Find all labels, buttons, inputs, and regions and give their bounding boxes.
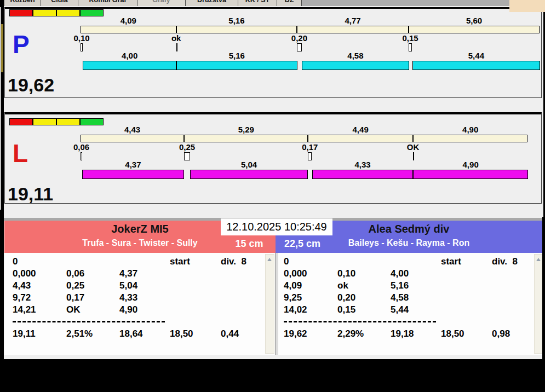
net-bar-segment xyxy=(413,170,527,179)
table-separator xyxy=(13,321,165,322)
table-cell: 0,10 xyxy=(337,269,355,278)
split-bar-divider xyxy=(176,26,177,33)
desktop-corner xyxy=(509,0,545,12)
loss-label: 0,15 xyxy=(386,34,435,42)
split-time-label: 4,43 xyxy=(108,126,157,134)
run-total: 19,62 xyxy=(8,76,54,94)
table-cell: 5,44 xyxy=(391,305,409,314)
table-cell: 0,000 xyxy=(13,269,36,278)
scrollbar-right-table[interactable] xyxy=(534,254,542,354)
table-header-cell: start xyxy=(170,257,190,266)
splits-table-left: 0startdiv. 80,0000,064,374,430,255,049,7… xyxy=(4,253,276,355)
run-panel-right-lane: P19,624,095,164,775,600,10ok0,200,154,00… xyxy=(4,7,542,98)
table-header-cell: 0 xyxy=(13,257,18,266)
table-total-cell: 0,44 xyxy=(221,329,239,338)
table-cell: 4,09 xyxy=(284,281,302,290)
table-cell: 0,17 xyxy=(66,293,84,302)
net-time-label: 5,44 xyxy=(451,52,501,60)
tab-rozběh[interactable]: Rozběh xyxy=(4,0,41,6)
split-bar-divider xyxy=(307,135,308,142)
table-cell: OK xyxy=(66,305,81,314)
net-bar-segment xyxy=(412,61,540,70)
scroll-up-icon[interactable] xyxy=(536,258,541,261)
split-bar-divider xyxy=(408,26,409,33)
split-bar xyxy=(81,135,527,142)
tab-label: Kombi Graf xyxy=(78,0,137,4)
table-separator xyxy=(284,321,436,322)
split-bar-divider xyxy=(183,135,185,142)
start-light xyxy=(33,118,56,125)
tab-kombi-graf[interactable]: Kombi Graf xyxy=(78,0,137,6)
net-bar-segment xyxy=(82,170,185,179)
right-edge xyxy=(542,217,545,359)
jump-height-left: 15 cm xyxy=(221,238,278,250)
table-total-cell: 2,29% xyxy=(337,329,364,338)
loss-label: ok xyxy=(152,34,201,42)
tab-grafy[interactable]: Grafy xyxy=(137,0,186,6)
tab-label: Rozběh xyxy=(4,0,41,4)
split-bar-divider xyxy=(296,26,297,33)
net-bar-segment xyxy=(312,170,414,179)
loss-label: 0,20 xyxy=(274,34,324,42)
tab-družstva[interactable]: Družstva xyxy=(186,0,238,6)
net-time-label: 4,37 xyxy=(108,161,158,169)
loss-label: 0,10 xyxy=(57,34,106,42)
table-cell: 4,58 xyxy=(391,293,409,302)
tab-bar: RozběhČidlaKombi GrafGrafyDružstvaKK / S… xyxy=(4,0,509,6)
net-bar-segment xyxy=(302,61,409,70)
tab-kk-st[interactable]: KK / ST xyxy=(238,0,277,6)
split-time-label: 4,90 xyxy=(446,126,495,134)
start-light xyxy=(33,9,56,16)
table-total-cell: 18,50 xyxy=(170,329,193,338)
table-cell: 5,04 xyxy=(119,281,137,290)
scroll-up-icon[interactable] xyxy=(267,258,272,261)
net-bar-segment xyxy=(176,61,297,70)
loss-label: 0,06 xyxy=(57,143,106,151)
table-total-cell: 19,62 xyxy=(284,329,307,338)
split-bar xyxy=(81,26,540,33)
net-time-label: 4,90 xyxy=(446,161,495,169)
table-cell: 5,16 xyxy=(391,281,409,290)
tab-label: KK / ST xyxy=(238,0,277,4)
tab-dz[interactable]: DZ xyxy=(277,0,302,6)
tab-label: Grafy xyxy=(137,0,185,4)
table-cell: 0,25 xyxy=(66,281,84,290)
split-time-label: 4,09 xyxy=(104,17,153,25)
table-cell: ok xyxy=(337,281,348,290)
table-cell: 9,72 xyxy=(13,293,31,302)
run-total: 19,11 xyxy=(8,185,53,203)
left-edge-accent xyxy=(1,24,3,72)
loss-box xyxy=(81,43,83,51)
splits-table-right: 0startdiv. 80,0000,104,004,09ok5,169,250… xyxy=(278,253,542,355)
table-cell: 0,15 xyxy=(337,305,355,314)
net-bar-segment xyxy=(83,61,176,70)
table-total-cell: 18,50 xyxy=(441,329,464,338)
start-light xyxy=(9,118,33,125)
window-bottom-edge xyxy=(4,355,542,359)
run-panel-left-lane: L19,114,435,294,494,900,060,250,17OK4,37… xyxy=(4,112,542,204)
split-bar-divider xyxy=(412,135,414,142)
split-time-label: 5,60 xyxy=(450,17,499,25)
net-time-label: 4,33 xyxy=(338,161,387,169)
start-light xyxy=(56,9,80,16)
tab-strip-filler xyxy=(302,0,509,6)
tab-label: DZ xyxy=(277,0,301,4)
split-time-label: 5,16 xyxy=(212,17,261,25)
table-total-cell: 0,98 xyxy=(492,329,510,338)
table-cell: 0,20 xyxy=(337,293,355,302)
loss-label: 0,17 xyxy=(285,143,335,151)
net-bar-divider xyxy=(176,61,177,70)
table-cell: 4,43 xyxy=(13,281,31,290)
tab-label: Čidla xyxy=(41,0,78,4)
table-header-cell: div. 8 xyxy=(221,257,246,266)
table-cell: 4,90 xyxy=(119,305,137,314)
start-light xyxy=(80,9,104,16)
ok-marker xyxy=(176,43,177,51)
loss-box xyxy=(81,152,82,160)
table-header-cell: start xyxy=(441,257,461,266)
net-time-label: 5,04 xyxy=(225,161,274,169)
tab-čidla[interactable]: Čidla xyxy=(41,0,78,6)
scrollbar-left-table[interactable] xyxy=(265,254,274,354)
table-cell: 4,00 xyxy=(391,269,409,278)
net-time-label: 4,00 xyxy=(105,52,154,60)
